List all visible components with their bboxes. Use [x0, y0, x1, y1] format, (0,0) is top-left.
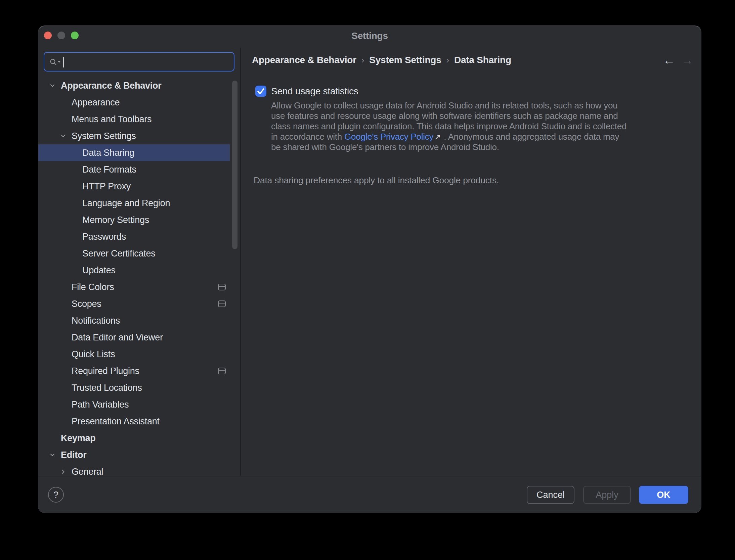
tree-item-data-sharing[interactable]: Data Sharing — [38, 144, 230, 161]
tree-item-label: Data Editor and Viewer — [72, 332, 163, 343]
tree-item-label: Presentation Assistant — [72, 416, 160, 427]
tree-item-server-certificates[interactable]: Server Certificates — [38, 245, 230, 262]
tree-item-label: Keymap — [61, 433, 96, 444]
tree-item-label: Language and Region — [82, 198, 170, 208]
apply-button[interactable]: Apply — [583, 486, 631, 504]
tree-item-label: Appearance & Behavior — [61, 81, 162, 91]
tree-item-appearance[interactable]: Appearance — [38, 94, 230, 111]
tree-item-label: Passwords — [82, 232, 126, 242]
tree-item-memory-settings[interactable]: Memory Settings — [38, 212, 230, 228]
tree-item-label: Server Certificates — [82, 248, 156, 259]
window-badge-icon — [218, 368, 226, 374]
tree-item-label: Date Formats — [82, 165, 136, 175]
tree-item-path-variables[interactable]: Path Variables — [38, 396, 230, 413]
tree-item-date-formats[interactable]: Date Formats — [38, 161, 230, 178]
tree-item-scopes[interactable]: Scopes — [38, 295, 230, 312]
tree-item-label: General — [72, 467, 103, 477]
settings-sidebar: Appearance & BehaviorAppearanceMenus and… — [38, 26, 240, 476]
search-input[interactable] — [66, 53, 232, 69]
text-caret — [63, 57, 64, 67]
tree-item-updates[interactable]: Updates — [38, 262, 230, 279]
tree-item-label: Updates — [82, 265, 116, 276]
privacy-policy-link[interactable]: Google's Privacy Policy — [344, 132, 433, 142]
tree-item-label: System Settings — [72, 131, 136, 141]
tree-item-label: Notifications — [72, 316, 120, 326]
tree-item-label: File Colors — [72, 282, 114, 292]
external-link-icon: ↗ — [433, 132, 441, 141]
tree-item-file-colors[interactable]: File Colors — [38, 279, 230, 295]
tree-item-label: Data Sharing — [82, 148, 134, 158]
forward-arrow-icon: → — [680, 52, 695, 68]
tree-item-label: Memory Settings — [82, 215, 149, 225]
settings-window: Settings Appearance & BehaviorAppearance… — [38, 26, 701, 513]
tree-item-label: HTTP Proxy — [82, 181, 131, 192]
tree-item-label: Required Plugins — [72, 366, 139, 376]
tree-item-passwords[interactable]: Passwords — [38, 228, 230, 245]
breadcrumb-item-data-sharing[interactable]: Data Sharing — [454, 55, 511, 65]
tree-item-label: Menus and Toolbars — [72, 114, 152, 125]
help-button[interactable]: ? — [48, 487, 64, 503]
breadcrumb-separator-icon: › — [361, 55, 364, 65]
tree-item-keymap[interactable]: Keymap — [38, 430, 230, 447]
tree-item-notifications[interactable]: Notifications — [38, 312, 230, 329]
data-sharing-note: Data sharing preferences apply to all in… — [254, 175, 499, 186]
chevron-down-icon[interactable] — [49, 82, 56, 89]
tree-item-general[interactable]: General — [38, 463, 230, 476]
search-box[interactable] — [44, 52, 234, 72]
tree-item-required-plugins[interactable]: Required Plugins — [38, 363, 230, 379]
window-badge-icon — [218, 284, 226, 290]
tree-item-appearance-behavior[interactable]: Appearance & Behavior — [38, 77, 230, 94]
tree-item-system-settings[interactable]: System Settings — [38, 128, 230, 144]
send-usage-statistics-checkbox[interactable] — [255, 86, 266, 97]
breadcrumb-separator-icon: › — [446, 55, 449, 65]
tree-item-quick-lists[interactable]: Quick Lists — [38, 346, 230, 363]
tree-item-label: Scopes — [72, 299, 101, 309]
window-badge-icon — [218, 300, 226, 307]
ok-button[interactable]: OK — [639, 486, 688, 504]
sidebar-scrollbar[interactable] — [232, 81, 237, 249]
chevron-down-icon[interactable] — [60, 133, 67, 139]
checkmark-icon — [255, 86, 266, 97]
tree-item-label: Path Variables — [72, 400, 129, 410]
tree-item-label: Quick Lists — [72, 349, 115, 360]
tree-item-label: Appearance — [72, 97, 120, 108]
chevron-right-icon[interactable] — [60, 468, 67, 475]
usage-description: Allow Google to collect usage data for A… — [271, 100, 629, 152]
footer-bar: ? Cancel Apply OK — [38, 476, 701, 513]
tree-item-language-and-region[interactable]: Language and Region — [38, 195, 230, 212]
breadcrumb-item-appearance-behavior[interactable]: Appearance & Behavior — [252, 55, 356, 65]
tree-item-trusted-locations[interactable]: Trusted Locations — [38, 379, 230, 396]
cancel-button[interactable]: Cancel — [527, 486, 574, 504]
search-icon[interactable] — [49, 58, 63, 68]
back-arrow-icon[interactable]: ← — [661, 52, 677, 68]
breadcrumb-item-system-settings[interactable]: System Settings — [369, 55, 441, 65]
tree-item-label: Trusted Locations — [72, 383, 142, 393]
chevron-down-icon[interactable] — [49, 452, 56, 458]
tree-item-menus-and-toolbars[interactable]: Menus and Toolbars — [38, 111, 230, 128]
tree-item-presentation-assistant[interactable]: Presentation Assistant — [38, 413, 230, 430]
main-panel: Appearance & Behavior›System Settings›Da… — [241, 48, 701, 476]
checkbox-label[interactable]: Send usage statistics — [271, 86, 358, 97]
tree-item-data-editor-and-viewer[interactable]: Data Editor and Viewer — [38, 329, 230, 346]
breadcrumb: Appearance & Behavior›System Settings›Da… — [252, 55, 511, 65]
tree-item-editor[interactable]: Editor — [38, 447, 230, 463]
tree-item-http-proxy[interactable]: HTTP Proxy — [38, 178, 230, 195]
tree-item-label: Editor — [61, 450, 87, 460]
